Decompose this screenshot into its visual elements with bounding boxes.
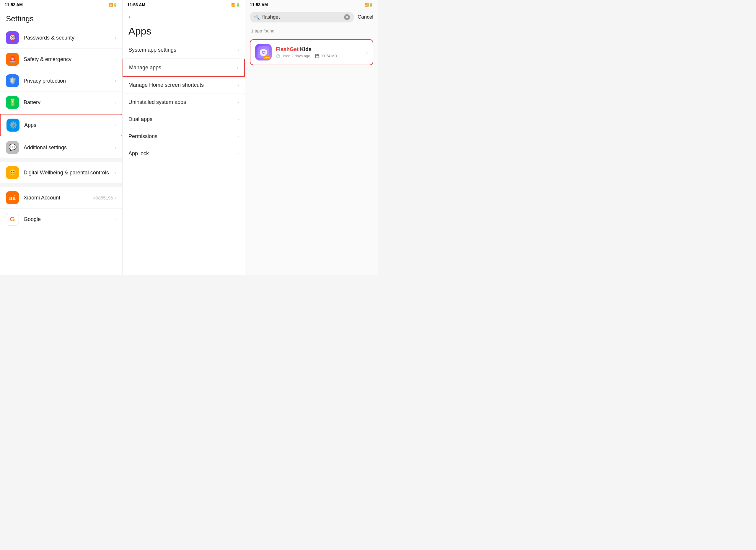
settings-item-apps[interactable]: ⚙️ Apps › xyxy=(0,114,122,136)
google-label: Google xyxy=(24,216,115,223)
passwords-icon: 🎯 xyxy=(6,31,19,44)
time-right: 11:53 AM xyxy=(250,2,268,7)
apps-label: Apps xyxy=(24,122,114,128)
app-badge: Child xyxy=(263,56,271,59)
chevron-icon: › xyxy=(115,78,116,84)
wellbeing-icon: 😊 xyxy=(6,166,19,179)
apps-item-dual-apps[interactable]: Dual apps › xyxy=(123,111,245,128)
chevron-icon: › xyxy=(115,217,116,222)
permissions-label: Permissions xyxy=(128,133,237,140)
dual-apps-label: Dual apps xyxy=(128,116,237,123)
chevron-icon: › xyxy=(115,170,116,175)
app-name: FlashGet Kids xyxy=(276,46,366,53)
status-icons-middle: 📶🔋 xyxy=(231,3,240,7)
manage-apps-label: Manage apps xyxy=(129,65,237,71)
search-input-wrap[interactable]: 🔍 ✕ xyxy=(250,12,354,22)
safety-label: Safety & emergency xyxy=(24,56,115,63)
app-size-label: 99.74 MB xyxy=(321,54,337,58)
status-icons-right: 📶🔋 xyxy=(364,3,373,7)
chevron-icon: › xyxy=(115,145,116,150)
app-lock-label: App lock xyxy=(128,151,237,157)
clock-icon: 🕐 xyxy=(276,54,280,58)
search-icon: 🔍 xyxy=(254,14,260,20)
apps-item-system-app-settings[interactable]: System app settings › xyxy=(123,42,245,59)
settings-item-privacy[interactable]: 🛡️ Privacy protection › xyxy=(0,70,122,92)
status-bar-right: 11:53 AM 📶🔋 xyxy=(245,0,378,9)
wellbeing-label: Digital Wellbeing & parental controls xyxy=(24,170,115,176)
apps-item-permissions[interactable]: Permissions › xyxy=(123,128,245,145)
settings-panel: 11:52 AM 📶🔋 Settings 🎯 Passwords & secur… xyxy=(0,0,123,275)
xiaomi-icon: mi xyxy=(6,191,19,204)
chevron-icon: › xyxy=(237,83,239,88)
battery-label: Battery xyxy=(24,99,115,106)
additional-icon: 💬 xyxy=(6,141,19,154)
svg-text:🛡: 🛡 xyxy=(262,50,265,55)
status-bar-middle: 11:53 AM 📶🔋 xyxy=(123,0,245,9)
section-divider xyxy=(0,159,122,162)
app-result-card[interactable]: 🛡 Child FlashGet Kids 🕐 Used 2 days ago … xyxy=(250,39,373,65)
chevron-icon: › xyxy=(115,57,116,62)
home-screen-shortcuts-label: Manage Home screen shortcuts xyxy=(128,82,237,88)
chevron-icon: › xyxy=(237,117,239,122)
apps-item-uninstalled-system[interactable]: Uninstalled system apps › xyxy=(123,94,245,111)
settings-item-wellbeing[interactable]: 😊 Digital Wellbeing & parental controls … xyxy=(0,162,122,184)
apps-item-home-screen-shortcuts[interactable]: Manage Home screen shortcuts › xyxy=(123,77,245,94)
system-app-settings-label: System app settings xyxy=(128,47,237,53)
app-icon: 🛡 Child xyxy=(255,44,272,61)
settings-item-google[interactable]: G Google › xyxy=(0,209,122,230)
chevron-icon: › xyxy=(237,134,239,139)
chevron-icon: › xyxy=(237,100,239,105)
app-size: 💾 99.74 MB xyxy=(315,54,337,58)
settings-item-xiaomi[interactable]: mi Xiaomi Account 49855196 › xyxy=(0,187,122,209)
chevron-icon: › xyxy=(237,151,239,156)
settings-title: Settings xyxy=(0,9,122,27)
time-middle: 11:53 AM xyxy=(127,2,145,7)
chevron-icon: › xyxy=(366,49,368,56)
cancel-button[interactable]: Cancel xyxy=(358,14,373,20)
uninstalled-system-label: Uninstalled system apps xyxy=(128,99,237,105)
app-info: FlashGet Kids 🕐 Used 2 days ago 💾 99.74 … xyxy=(276,46,366,58)
chevron-icon: › xyxy=(115,100,116,105)
section-divider-2 xyxy=(0,184,122,187)
search-input[interactable] xyxy=(262,14,342,20)
apps-list: System app settings › Manage apps › Mana… xyxy=(123,42,245,275)
chevron-icon: › xyxy=(237,48,239,53)
app-used: 🕐 Used 2 days ago xyxy=(276,54,310,58)
settings-item-battery[interactable]: 🔋 Battery › xyxy=(0,92,122,113)
additional-label: Additional settings xyxy=(24,145,115,151)
storage-icon: 💾 xyxy=(315,54,320,58)
apps-panel: 11:53 AM 📶🔋 ← Apps System app settings ›… xyxy=(123,0,245,275)
passwords-label: Passwords & security xyxy=(24,35,115,41)
privacy-label: Privacy protection xyxy=(24,78,115,84)
apps-item-app-lock[interactable]: App lock › xyxy=(123,145,245,162)
google-icon: G xyxy=(6,213,19,226)
privacy-icon: 🛡️ xyxy=(6,74,19,87)
time-left: 11:52 AM xyxy=(5,2,23,7)
chevron-icon: › xyxy=(115,195,116,200)
chevron-icon: › xyxy=(115,35,116,40)
app-name-highlight: FlashGet xyxy=(276,46,299,52)
results-count: 1 app found xyxy=(245,26,378,37)
status-icons-left: 📶🔋 xyxy=(109,3,118,7)
app-meta: 🕐 Used 2 days ago 💾 99.74 MB xyxy=(276,54,366,58)
apps-page-title: Apps xyxy=(123,23,245,42)
search-clear-button[interactable]: ✕ xyxy=(344,14,350,20)
search-panel: 11:53 AM 📶🔋 🔍 ✕ Cancel 1 app found 🛡 Chi… xyxy=(245,0,378,275)
apps-icon: ⚙️ xyxy=(6,119,19,132)
settings-item-passwords[interactable]: 🎯 Passwords & security › xyxy=(0,27,122,49)
settings-item-additional[interactable]: 💬 Additional settings › xyxy=(0,137,122,159)
app-used-label: Used 2 days ago xyxy=(281,54,310,58)
chevron-icon: › xyxy=(114,123,116,128)
xiaomi-label: Xiaomi Account xyxy=(24,195,93,201)
status-bar-left: 11:52 AM 📶🔋 xyxy=(0,0,122,9)
back-button[interactable]: ← xyxy=(127,12,136,22)
apps-item-manage-apps[interactable]: Manage apps › xyxy=(123,59,245,77)
nav-bar: ← xyxy=(123,9,245,23)
safety-icon: 🚨 xyxy=(6,53,19,66)
settings-item-safety[interactable]: 🚨 Safety & emergency › xyxy=(0,49,122,70)
chevron-icon: › xyxy=(237,65,238,71)
search-bar-row: 🔍 ✕ Cancel xyxy=(245,9,378,26)
settings-list: 🎯 Passwords & security › 🚨 Safety & emer… xyxy=(0,27,122,275)
app-name-rest: Kids xyxy=(299,46,312,52)
xiaomi-value: 49855196 xyxy=(93,195,113,200)
